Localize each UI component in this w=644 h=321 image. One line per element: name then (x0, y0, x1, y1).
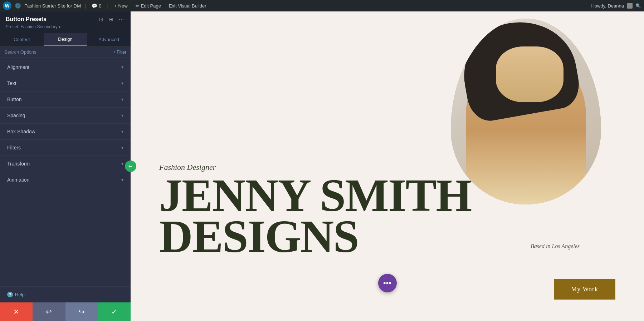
sidebar-back-button[interactable]: ↩ (125, 160, 136, 172)
chevron-down-icon: ▾ (121, 65, 123, 70)
wordpress-logo-icon[interactable]: W (3, 1, 11, 10)
chevron-down-icon: ▾ (121, 113, 123, 118)
sidebar-wrapper: Button Presets ⊡ ⊞ ⋯ Preset: Fashion Sec… (0, 11, 131, 321)
bottom-toolbar: ✕ ↩ ↪ ✓ (0, 302, 131, 321)
my-work-button[interactable]: My Work (554, 279, 615, 300)
chevron-down-icon: ▾ (121, 161, 123, 166)
save-button[interactable]: ✓ (98, 302, 131, 321)
chevron-down-icon: ▾ (121, 97, 123, 102)
option-button[interactable]: Button ▾ (0, 92, 131, 108)
tab-design[interactable]: Design (44, 33, 87, 46)
help-link[interactable]: ? Help (7, 292, 123, 297)
option-transform-label: Transform (7, 161, 30, 167)
howdy-text: Howdy, Deanna (591, 3, 624, 9)
search-input[interactable] (4, 49, 110, 55)
option-spacing[interactable]: Spacing ▾ (0, 108, 131, 124)
option-text-label: Text (7, 80, 16, 86)
topbar-left: W 🌐 Fashion Starter Site for Divi | 💬 0 … (3, 1, 587, 10)
help-icon: ? (7, 292, 13, 297)
search-bar: + Filter (0, 46, 131, 58)
filter-button[interactable]: + Filter (113, 50, 126, 55)
option-box-shadow[interactable]: Box Shadow ▾ (0, 124, 131, 140)
option-filters-label: Filters (7, 145, 21, 150)
main-area: Button Presets ⊡ ⊞ ⋯ Preset: Fashion Sec… (0, 11, 644, 321)
tab-advanced[interactable]: Advanced (87, 33, 131, 46)
back-arrow-icon: ↩ (128, 163, 133, 169)
redo-icon: ↪ (79, 307, 85, 316)
cancel-icon: ✕ (13, 307, 19, 316)
topbar-right: Howdy, Deanna 🔍 (591, 3, 641, 9)
chevron-down-icon: ▾ (121, 177, 123, 182)
separator2: | (107, 3, 108, 9)
canvas: Fashion Designer JENNY SMITH DESIGNS Bas… (131, 11, 644, 321)
option-spacing-label: Spacing (7, 113, 25, 118)
sidebar-title-row: Button Presets ⊡ ⊞ ⋯ (6, 16, 125, 23)
sidebar-header: Button Presets ⊡ ⊞ ⋯ Preset: Fashion Sec… (0, 11, 131, 33)
comments-count: 0 (99, 3, 101, 9)
more-icon[interactable]: ⋯ (118, 16, 125, 23)
option-text[interactable]: Text ▾ (0, 75, 131, 92)
options-list: Alignment ▾ Text ▾ Button ▾ Spacing ▾ Bo… (0, 58, 131, 286)
redo-button[interactable]: ↪ (65, 302, 98, 321)
comments-button[interactable]: 💬 0 (89, 3, 103, 9)
undo-icon: ↩ (46, 307, 52, 316)
chevron-down-icon: ▾ (121, 145, 123, 150)
save-icon: ✓ (111, 307, 117, 316)
undo-button[interactable]: ↩ (33, 302, 65, 321)
option-alignment[interactable]: Alignment ▾ (0, 59, 131, 75)
fab-dots-icon: ••• (383, 278, 391, 288)
tab-content[interactable]: Content (0, 33, 44, 46)
layout-icon[interactable]: ⊞ (108, 16, 115, 23)
hero-location: Based in Los Angeles (531, 243, 580, 250)
comments-icon: 💬 (92, 3, 97, 9)
sidebar: Button Presets ⊡ ⊞ ⋯ Preset: Fashion Sec… (0, 11, 131, 321)
option-box-shadow-label: Box Shadow (7, 129, 35, 134)
option-filters[interactable]: Filters ▾ (0, 140, 131, 156)
hero-portrait (451, 19, 601, 204)
hero-title: JENNY SMITH DESIGNS (159, 175, 471, 257)
sidebar-tabs: Content Design Advanced (0, 33, 131, 46)
site-icon: 🌐 (15, 3, 21, 9)
option-animation-label: Animation (7, 177, 29, 183)
topbar: W 🌐 Fashion Starter Site for Divi | 💬 0 … (0, 0, 644, 11)
separator: | (85, 3, 86, 9)
hero-section: Fashion Designer JENNY SMITH DESIGNS Bas… (131, 11, 644, 321)
chevron-down-icon: ▾ (121, 129, 123, 134)
option-animation[interactable]: Animation ▾ (0, 172, 131, 188)
hero-title-line2: DESIGNS (159, 211, 358, 262)
preset-label[interactable]: Preset: Fashion Secondary ▾ (6, 24, 125, 29)
sidebar-title-icons: ⊡ ⊞ ⋯ (98, 16, 125, 23)
new-button[interactable]: + New (112, 3, 130, 9)
fab-button[interactable]: ••• (378, 274, 397, 292)
edit-page-button[interactable]: ✏ Edit Page (133, 3, 163, 9)
preset-arrow-icon: ▾ (59, 25, 60, 29)
sidebar-footer: ? Help (0, 286, 131, 302)
pencil-icon: ✏ (136, 3, 140, 9)
option-transform[interactable]: Transform ▾ (0, 156, 131, 172)
sidebar-title: Button Presets (6, 16, 47, 23)
plus-icon: + (114, 3, 117, 9)
option-alignment-label: Alignment (7, 64, 29, 70)
hero-portrait-container (451, 19, 601, 204)
help-label: Help (15, 292, 25, 297)
cancel-button[interactable]: ✕ (0, 302, 33, 321)
site-name[interactable]: Fashion Starter Site for Divi (24, 3, 81, 9)
responsive-icon[interactable]: ⊡ (98, 16, 105, 23)
exit-builder-button[interactable]: Exit Visual Builder (167, 3, 209, 9)
hero-text-block: Fashion Designer JENNY SMITH DESIGNS (159, 163, 471, 257)
user-avatar[interactable] (627, 3, 633, 9)
option-button-label: Button (7, 97, 21, 102)
search-icon[interactable]: 🔍 (635, 3, 641, 9)
chevron-down-icon: ▾ (121, 81, 123, 86)
